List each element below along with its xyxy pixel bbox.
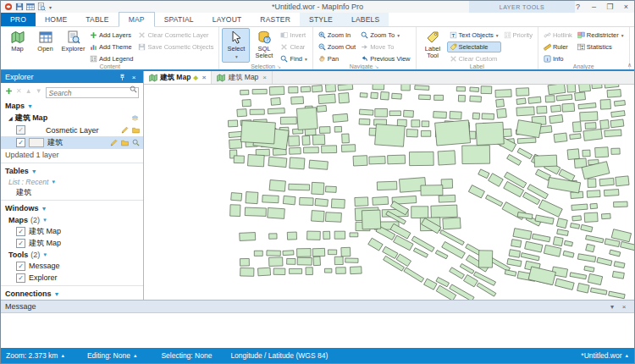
tab-spatial[interactable]: SPATIAL [155, 13, 203, 26]
sql-select-button[interactable]: SQL Select [250, 28, 278, 61]
app-logo-icon[interactable] [4, 3, 13, 11]
redistricter-icon [577, 31, 585, 39]
select-dropdown-icon[interactable]: ▾ [235, 54, 238, 61]
selection-dialog-launcher[interactable]: ↘ [277, 63, 281, 69]
tab-raster[interactable]: RASTER [251, 13, 300, 26]
minimize-button[interactable]: – [586, 1, 602, 13]
maximize-button[interactable]: ❐ [602, 1, 618, 13]
building-folder-icon[interactable] [121, 139, 129, 146]
map-node-expander-icon[interactable]: ◢ [8, 115, 13, 121]
tab-pro[interactable]: PRO [1, 13, 36, 26]
cosmetic-folder-icon[interactable] [132, 126, 140, 134]
tables-list-label: List : Recent [8, 177, 48, 187]
windows-section-header[interactable]: Windows ▼ [1, 202, 143, 214]
statistics-button[interactable]: Statistics [575, 41, 627, 52]
building-edit-icon[interactable] [110, 139, 118, 146]
ruler-button[interactable]: Ruler [541, 41, 575, 52]
explorer-add-icon[interactable] [5, 87, 13, 95]
navigate-group-label: Navigate [350, 63, 373, 69]
building-layer-checkbox[interactable]: ✓ [16, 138, 25, 147]
open-table-icon[interactable] [26, 3, 35, 11]
cosmetic-edit-icon[interactable] [121, 126, 129, 134]
text-objects-dropdown-icon[interactable]: ▾ [496, 33, 499, 38]
building-layer-swatch[interactable] [29, 138, 44, 147]
cosmetic-layer-row[interactable]: ✓ Cosmetic Layer [1, 124, 143, 136]
explorer-search-input[interactable] [46, 87, 139, 98]
tab-table[interactable]: TABLE [76, 13, 118, 26]
status-zoom-label: Zoom: 2.373 km [6, 351, 58, 360]
tab-map[interactable]: MAP [119, 12, 155, 27]
tab-home[interactable]: HOME [36, 13, 76, 26]
status-projection-label: Longitude / Latitude (WGS 84) [230, 351, 328, 360]
tables-list-filter[interactable]: List : Recent ▼ [1, 177, 143, 187]
table-item[interactable]: 建筑 [1, 187, 143, 198]
map-node[interactable]: ◢ 建筑 Map [1, 112, 143, 124]
building-layer-row[interactable]: ✓ 建筑 [1, 136, 143, 149]
windows-tools-subheader[interactable]: Tools (2) ▼ [1, 249, 143, 260]
tool-explorer-checkbox[interactable]: ✓ [16, 273, 25, 283]
window-map-1-checkbox[interactable]: ✓ [16, 227, 25, 236]
zoom-to-dropdown-icon[interactable]: ▾ [397, 33, 400, 38]
message-close-icon[interactable]: × [618, 303, 630, 311]
status-projection[interactable]: Longitude / Latitude (WGS 84) [225, 348, 333, 363]
status-zoom[interactable]: Zoom: 2.373 km ▲ [1, 348, 70, 363]
map-node-layers-icon[interactable] [131, 114, 139, 122]
connections-section-header[interactable]: Connections ▼ [1, 288, 143, 300]
zoom-in-button[interactable]: Zoom In [316, 30, 358, 41]
info-icon [544, 55, 551, 63]
window-map-2-checkbox[interactable]: ✓ [16, 239, 25, 248]
redistricter-label: Redistricter [587, 31, 619, 39]
help-button[interactable]: ? [570, 1, 586, 13]
close-table-icon[interactable] [37, 3, 46, 11]
open-table-icon [39, 30, 52, 44]
map-canvas[interactable] [144, 85, 634, 300]
tables-list-dropdown-icon[interactable]: ▼ [51, 177, 56, 187]
tool-message-checkbox[interactable]: ✓ [16, 262, 25, 271]
explorer-close-icon[interactable]: × [129, 74, 139, 81]
status-selecting[interactable]: Selecting: None [156, 348, 217, 363]
qat-customize-icon[interactable]: ▾ [49, 4, 52, 10]
windows-maps-subheader[interactable]: Maps (2) ▼ [1, 214, 143, 225]
navigate-dialog-launcher[interactable]: ↘ [374, 63, 378, 69]
status-editing[interactable]: Editing: None ▲ [82, 348, 143, 363]
label-tool-button[interactable]: Label Tool [419, 28, 447, 61]
add-theme-button[interactable]: Add Theme [87, 41, 135, 52]
map-options-button[interactable]: Map Options [632, 28, 634, 61]
tables-section-header[interactable]: Tables ▼ [1, 165, 143, 177]
select-button[interactable]: Select ▾ [222, 28, 250, 63]
find-dropdown-icon[interactable]: ▾ [305, 57, 307, 62]
tab-labels[interactable]: LABELS [342, 13, 389, 26]
cosmetic-layer-checkbox[interactable]: ✓ [16, 125, 25, 135]
doc-tab-2-close-icon[interactable]: × [262, 74, 267, 81]
close-button[interactable]: × [618, 1, 634, 13]
window-map-2-row[interactable]: ✓ 建筑 Map [1, 237, 143, 249]
tool-explorer-row[interactable]: ✓ Explorer [1, 272, 143, 284]
tool-message-row[interactable]: ✓ Message [1, 260, 143, 272]
tab-layout[interactable]: LAYOUT [203, 13, 251, 26]
tab-style[interactable]: STYLE [300, 13, 342, 26]
window-map-1-row[interactable]: ✓ 建筑 Map [1, 225, 143, 237]
doc-tab-map-2[interactable]: 建筑 Map × [212, 71, 273, 84]
explorer-button[interactable]: Explorer [59, 28, 87, 55]
redistricter-button[interactable]: Redistricter ▾ [575, 30, 627, 41]
doc-tab-map-1[interactable]: 建筑 Map ◆ × [144, 71, 212, 84]
zoom-to-button[interactable]: Zoom To ▾ [358, 30, 412, 41]
message-panel-body[interactable] [1, 313, 634, 348]
collapse-ribbon-icon[interactable]: ∧ [627, 62, 632, 69]
redistricter-dropdown-icon[interactable]: ▾ [621, 33, 624, 38]
zoom-out-button[interactable]: Zoom Out [316, 41, 358, 52]
add-theme-label: Add Theme [99, 43, 132, 51]
save-workspace-icon[interactable] [15, 3, 24, 11]
text-objects-button[interactable]: Text Objects ▾ [447, 30, 501, 41]
doc-tab-1-close-icon[interactable]: × [202, 74, 207, 81]
open-button[interactable]: Open [31, 28, 59, 55]
selectable-toggle[interactable]: Selectable [447, 41, 501, 52]
map-button[interactable]: Map [3, 28, 31, 55]
message-menu-icon[interactable]: ▾ [606, 303, 618, 311]
add-layers-button[interactable]: Add Layers [87, 30, 135, 41]
maps-section-header[interactable]: Maps ▼ [1, 100, 143, 112]
building-zoom-icon[interactable] [132, 139, 140, 146]
explorer-pin-icon[interactable] [119, 74, 129, 81]
status-workspace[interactable]: *Untitled.wor ▲ [576, 348, 634, 363]
doc-tab-1-label: 建筑 Map [160, 73, 190, 83]
